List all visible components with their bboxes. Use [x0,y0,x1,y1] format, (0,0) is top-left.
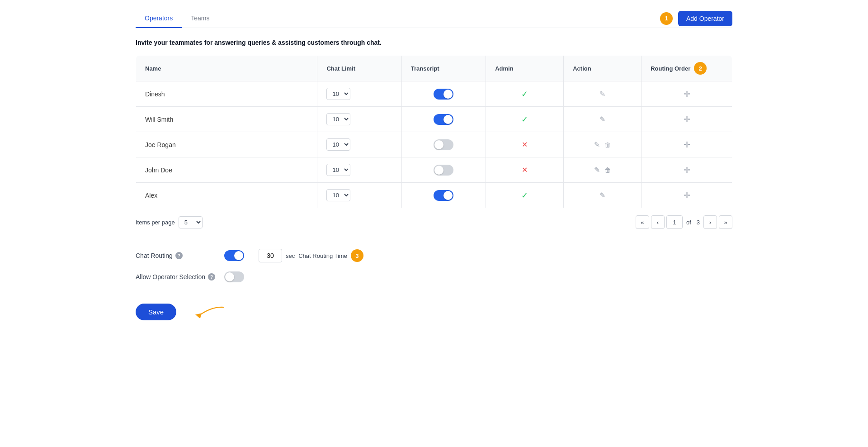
save-section: Save [136,302,732,322]
admin-check-icon: ✓ [521,90,528,99]
total-pages: 3 [697,219,700,226]
action-cell: ✎🗑 [564,132,642,157]
routing-order-cell: ✛ [642,157,732,183]
col-header-name: Name [136,56,317,81]
edit-icon[interactable]: ✎ [599,90,605,98]
chat-limit-select[interactable]: 10152025 [326,164,350,176]
admin-cell: ✓ [486,81,564,107]
transcript-cell [401,183,486,208]
transcript-cell [401,132,486,157]
transcript-cell [401,157,486,183]
chat-limit-select[interactable]: 10152025 [326,189,350,201]
operator-selection-label: Allow Operator Selection [136,273,205,281]
routing-order-cell: ✛ [642,81,732,107]
routing-order-cell: ✛ [642,183,732,208]
chat-limit-select[interactable]: 10152025 [326,88,350,100]
admin-x-icon: ✕ [522,141,528,148]
table-row: Joe Rogan10152025✕✎🗑✛ [136,132,732,157]
admin-cell: ✓ [486,107,564,132]
next-page-button[interactable]: › [703,215,717,229]
chat-limit-cell: 10152025 [317,157,401,183]
chat-routing-badge: 3 [351,249,363,262]
chat-limit-cell: 10152025 [317,183,401,208]
chat-limit-select[interactable]: 10152025 [326,138,350,151]
edit-icon[interactable]: ✎ [594,140,600,149]
time-unit-label: sec [286,252,295,259]
admin-cell: ✕ [486,157,564,183]
items-per-page-select[interactable]: 5 10 25 [179,216,203,228]
chat-routing-label: Chat Routing [136,252,173,259]
chat-limit-cell: 10152025 [317,107,401,132]
tab-teams[interactable]: Teams [182,9,218,28]
chat-routing-time-input[interactable] [259,249,282,262]
drag-handle-icon[interactable]: ✛ [684,90,690,99]
table-row: Alex10152025✓✎✛ [136,183,732,208]
drag-handle-icon[interactable]: ✛ [684,166,690,175]
transcript-cell [401,107,486,132]
edit-icon[interactable]: ✎ [594,166,600,174]
notification-badge-1: 1 [660,12,673,25]
transcript-cell [401,81,486,107]
action-cell: ✎ [564,107,642,132]
chat-limit-cell: 10152025 [317,132,401,157]
operator-name: Alex [136,183,317,208]
add-operator-button[interactable]: Add Operator [678,11,732,26]
operator-selection-toggle[interactable] [224,271,244,282]
col-header-routing: Routing Order 2 [642,56,732,81]
page-of-label: of [686,219,691,226]
page-description: Invite your teammates for answering quer… [136,39,732,46]
transcript-toggle[interactable] [434,89,453,100]
chat-routing-time-label: Chat Routing Time [298,252,347,259]
operator-name: John Doe [136,157,317,183]
settings-section: Chat Routing ? sec Chat Routing Time 3 A… [136,242,732,299]
save-button[interactable]: Save [136,304,176,320]
routing-order-badge: 2 [694,62,707,75]
svg-marker-0 [195,314,202,319]
operator-name: Dinesh [136,81,317,107]
admin-cell: ✓ [486,183,564,208]
transcript-toggle[interactable] [434,139,453,150]
operator-selection-row: Allow Operator Selection ? [136,271,732,282]
chat-limit-cell: 10152025 [317,81,401,107]
operators-table: Name Chat Limit Transcript Admin Action … [136,55,732,208]
table-row: John Doe10152025✕✎🗑✛ [136,157,732,183]
drag-handle-icon[interactable]: ✛ [684,140,690,149]
action-cell: ✎🗑 [564,157,642,183]
operator-name: Joe Rogan [136,132,317,157]
admin-check-icon: ✓ [521,191,528,200]
delete-icon[interactable]: 🗑 [604,141,611,148]
action-cell: ✎ [564,81,642,107]
tab-operators[interactable]: Operators [136,9,182,28]
items-per-page-label: Items per page [136,219,175,226]
col-header-action: Action [564,56,642,81]
prev-page-button[interactable]: ‹ [651,215,665,229]
chat-routing-help-icon[interactable]: ? [175,252,183,259]
transcript-toggle[interactable] [434,165,453,176]
drag-handle-icon[interactable]: ✛ [684,115,690,124]
routing-order-cell: ✛ [642,107,732,132]
admin-x-icon: ✕ [522,166,528,174]
first-page-button[interactable]: « [636,215,649,229]
chat-limit-select[interactable]: 10152025 [326,113,350,125]
transcript-toggle[interactable] [434,114,453,125]
current-page-input[interactable] [666,215,683,229]
table-row: Dinesh10152025✓✎✛ [136,81,732,107]
table-row: Will Smith10152025✓✎✛ [136,107,732,132]
operator-name: Will Smith [136,107,317,132]
table-footer: Items per page 5 10 25 « ‹ of 3 › » [136,215,732,229]
col-header-transcript: Transcript [401,56,486,81]
chat-routing-toggle[interactable] [224,250,244,261]
delete-icon[interactable]: 🗑 [604,166,611,174]
transcript-toggle[interactable] [434,190,453,201]
last-page-button[interactable]: » [719,215,732,229]
drag-handle-icon[interactable]: ✛ [684,191,690,200]
col-header-admin: Admin [486,56,564,81]
operator-selection-help-icon[interactable]: ? [208,273,215,281]
admin-check-icon: ✓ [521,115,528,124]
chat-routing-row: Chat Routing ? sec Chat Routing Time 3 [136,249,732,262]
edit-icon[interactable]: ✎ [599,115,605,124]
edit-icon[interactable]: ✎ [599,191,605,200]
col-header-chat-limit: Chat Limit [317,56,401,81]
routing-order-cell: ✛ [642,132,732,157]
arrow-indicator [187,302,228,322]
